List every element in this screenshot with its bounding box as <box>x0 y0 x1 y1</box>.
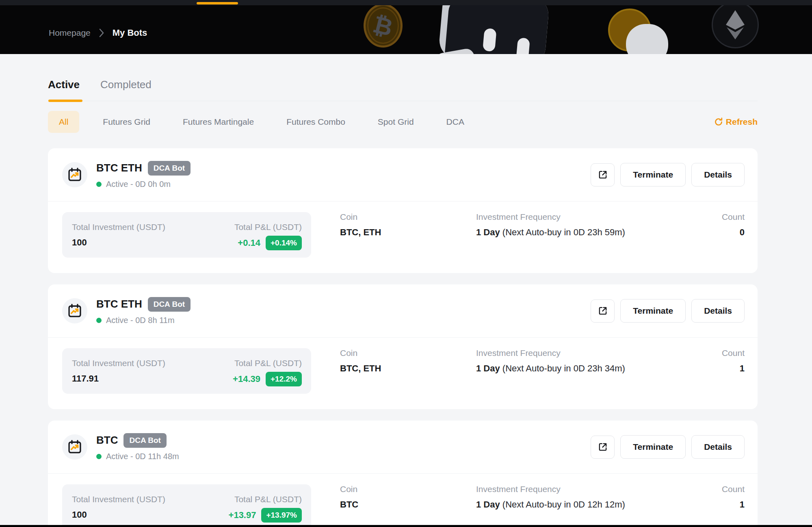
bot-type-badge: DCA Bot <box>148 161 191 176</box>
frequency-label: Investment Frequency <box>476 484 704 494</box>
active-status-dot <box>96 454 102 459</box>
investment-label: Total Investment (USDT) <box>72 358 165 368</box>
frequency-value: 1 Day (Next Auto-buy in 0D 23h 34m) <box>476 363 704 374</box>
active-status-dot <box>96 182 102 187</box>
bot-pair-title: BTC ETH <box>96 162 142 174</box>
frequency-label: Investment Frequency <box>476 212 704 222</box>
filter-all[interactable]: All <box>48 111 79 133</box>
investment-label: Total Investment (USDT) <box>72 222 165 232</box>
details-button[interactable]: Details <box>691 435 745 459</box>
filter-futures-grid[interactable]: Futures Grid <box>103 117 150 127</box>
bot-card-list: BTC ETH DCA Bot Active - 0D 0h 0m <box>48 148 758 527</box>
bitcoin-glyph: ₿ <box>370 10 396 41</box>
bot-card: BTC ETH DCA Bot Active - 0D 8h 11m <box>48 284 758 409</box>
robot-chin <box>434 48 475 54</box>
top-nav-strip <box>0 0 812 5</box>
robot-eye <box>483 28 497 52</box>
count-value: 0 <box>704 227 745 238</box>
bot-status-text: Active - 0D 0h 0m <box>106 180 171 189</box>
count-label: Count <box>704 348 745 358</box>
count-label: Count <box>704 484 745 494</box>
bot-card-header: BTC ETH DCA Bot Active - 0D 0h 0m <box>48 148 758 202</box>
count-label: Count <box>704 212 745 222</box>
pnl-percent-badge: +0.14% <box>266 236 302 250</box>
gold-coin-illustration <box>608 9 651 52</box>
details-button[interactable]: Details <box>691 299 745 323</box>
bot-card: BTC ETH DCA Bot Active - 0D 0h 0m <box>48 148 758 273</box>
investment-pnl-panel: Total Investment (USDT) 117.91 Total P&L… <box>62 348 311 394</box>
coin-value: BTC, ETH <box>340 363 476 374</box>
refresh-button[interactable]: Refresh <box>714 117 758 127</box>
breadcrumb: Homepage My Bots <box>49 28 147 38</box>
coin-value: BTC <box>340 499 476 510</box>
coin-label: Coin <box>340 212 476 222</box>
bot-pair-title: BTC <box>96 434 118 447</box>
bot-pair-title: BTC ETH <box>96 298 142 310</box>
investment-value: 117.91 <box>72 373 165 384</box>
external-link-icon <box>598 306 608 316</box>
investment-value: 100 <box>72 237 165 248</box>
pnl-label: Total P&L (USDT) <box>233 358 302 368</box>
filter-futures-combo[interactable]: Futures Combo <box>286 117 345 127</box>
dca-bot-avatar <box>62 434 87 460</box>
coin-label: Coin <box>340 484 476 494</box>
share-bot-button[interactable] <box>591 436 615 459</box>
share-bot-button[interactable] <box>591 299 615 323</box>
robot-eye <box>516 37 530 54</box>
dca-bot-avatar <box>62 298 87 323</box>
share-bot-button[interactable] <box>591 163 615 187</box>
bot-card-header: BTC DCA Bot Active - 0D 11h 48m <box>48 421 758 474</box>
active-tab-underline <box>48 100 82 102</box>
bot-stats-row: Total Investment (USDT) 117.91 Total P&L… <box>48 338 758 394</box>
bot-status-text: Active - 0D 11h 48m <box>106 452 179 461</box>
bot-type-badge: DCA Bot <box>123 433 166 448</box>
pnl-percent-badge: +13.97% <box>261 508 302 523</box>
filter-dca[interactable]: DCA <box>446 117 464 127</box>
calendar-trend-icon <box>67 439 82 455</box>
coin-label: Coin <box>340 348 476 358</box>
pnl-value: +0.14 <box>238 238 260 248</box>
investment-value: 100 <box>72 510 165 520</box>
robot-ear <box>626 24 668 54</box>
investment-pnl-panel: Total Investment (USDT) 100 Total P&L (U… <box>62 484 311 527</box>
bot-type-filter-row: All Futures Grid Futures Martingale Futu… <box>48 111 758 133</box>
pnl-value: +13.97 <box>229 510 256 520</box>
bot-status-text: Active - 0D 8h 11m <box>106 316 175 325</box>
filter-spot-grid[interactable]: Spot Grid <box>378 117 414 127</box>
tab-completed[interactable]: Completed <box>100 78 152 91</box>
external-link-icon <box>598 442 608 452</box>
main-content: Active Completed All Futures Grid Future… <box>48 54 758 527</box>
refresh-icon <box>714 117 723 127</box>
pnl-label: Total P&L (USDT) <box>229 494 302 504</box>
breadcrumb-homepage-link[interactable]: Homepage <box>49 28 91 38</box>
terminate-button[interactable]: Terminate <box>620 435 686 459</box>
bot-card-header: BTC ETH DCA Bot Active - 0D 8h 11m <box>48 284 758 338</box>
tab-active[interactable]: Active <box>48 78 80 91</box>
bot-type-badge: DCA Bot <box>148 297 191 312</box>
frequency-label: Investment Frequency <box>476 348 704 358</box>
details-button[interactable]: Details <box>691 163 745 187</box>
count-value: 1 <box>704 499 745 510</box>
calendar-trend-icon <box>67 303 82 319</box>
bot-stats-row: Total Investment (USDT) 100 Total P&L (U… <box>48 202 758 258</box>
filter-futures-martingale[interactable]: Futures Martingale <box>183 117 254 127</box>
pnl-label: Total P&L (USDT) <box>234 222 302 232</box>
dca-bot-avatar <box>62 162 87 187</box>
investment-label: Total Investment (USDT) <box>72 494 165 504</box>
bot-card: BTC DCA Bot Active - 0D 11h 48m <box>48 421 758 527</box>
terminate-button[interactable]: Terminate <box>620 299 686 323</box>
refresh-label: Refresh <box>726 117 758 127</box>
eth-coin-illustration <box>712 5 759 48</box>
count-value: 1 <box>704 363 745 374</box>
frequency-value: 1 Day (Next Auto-buy in 0D 23h 59m) <box>476 227 704 238</box>
terminate-button[interactable]: Terminate <box>620 163 686 187</box>
active-status-dot <box>96 318 102 323</box>
active-nav-tab-indicator <box>197 2 238 4</box>
pnl-percent-badge: +12.2% <box>266 372 302 386</box>
frequency-value: 1 Day (Next Auto-buy in 0D 12h 12m) <box>476 499 704 510</box>
bitcoin-coin-illustration: ₿ <box>364 5 403 48</box>
status-tabs: Active Completed <box>48 54 758 101</box>
calendar-trend-icon <box>67 167 82 182</box>
bot-stats-row: Total Investment (USDT) 100 Total P&L (U… <box>48 474 758 527</box>
robot-illustration <box>438 5 550 54</box>
